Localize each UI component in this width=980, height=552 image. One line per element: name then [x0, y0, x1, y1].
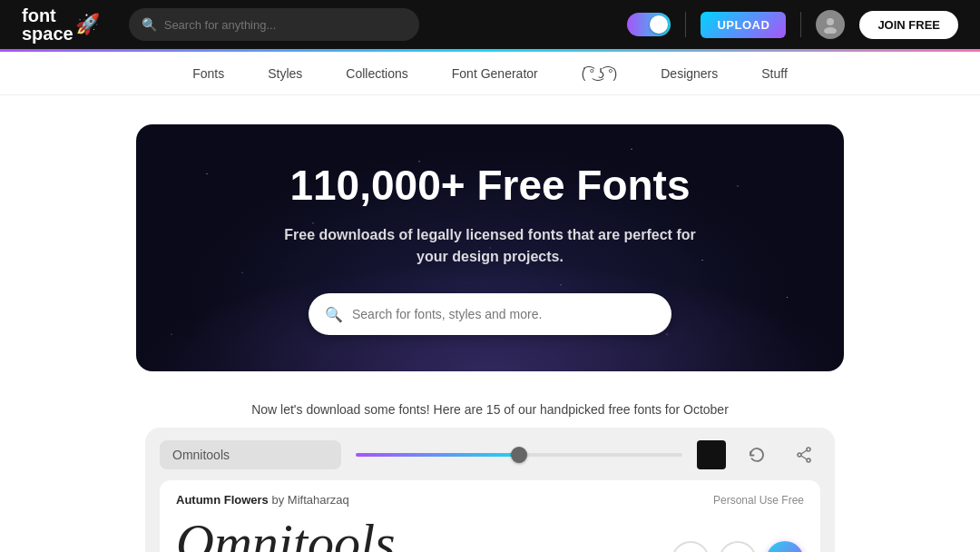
font-by: by Miftaharzaq — [271, 493, 348, 507]
svg-point-0 — [827, 18, 834, 25]
nav-item-emoji[interactable]: ( ͡° ͜ʖ ͡°) — [582, 63, 618, 84]
hero-search-input[interactable] — [352, 307, 655, 321]
hero-subtitle: Free downloads of legally licensed fonts… — [272, 224, 708, 268]
nav-item-stuff[interactable]: Stuff — [761, 63, 788, 84]
nav-item-collections[interactable]: Collections — [346, 63, 407, 84]
preview-text-input[interactable] — [160, 440, 341, 469]
hero-section: 110,000+ Free Fonts Free downloads of le… — [0, 95, 980, 386]
svg-point-3 — [807, 458, 810, 462]
font-author: Autumn Flowers by Miftaharzaq — [176, 493, 349, 507]
color-swatch[interactable] — [697, 440, 726, 469]
avatar[interactable] — [816, 10, 845, 39]
logo-text-space: space — [22, 25, 74, 43]
toggle-knob — [650, 15, 668, 34]
plus-icon: + — [732, 548, 744, 552]
nav-item-styles[interactable]: Styles — [268, 63, 302, 84]
share-button[interactable] — [788, 439, 820, 471]
logo-text-font: font — [22, 6, 74, 25]
header-search-bar[interactable]: 🔍 — [129, 8, 419, 41]
slider-thumb — [511, 447, 527, 463]
nav-item-fonts[interactable]: Fonts — [192, 63, 224, 84]
logo-rocket-icon: 🚀 — [75, 13, 100, 36]
hero-search-bar[interactable]: 🔍 — [309, 293, 671, 335]
font-card: Autumn Flowers by Miftaharzaq Personal U… — [160, 480, 820, 552]
nav-item-generator[interactable]: Font Generator — [452, 63, 538, 84]
logo[interactable]: font space 🚀 — [22, 6, 100, 43]
font-card-actions: + — [671, 541, 804, 552]
nav-bar: Fonts Styles Collections Font Generator … — [0, 52, 980, 95]
preview-button[interactable] — [671, 541, 710, 552]
svg-point-2 — [807, 448, 810, 451]
font-preview-widget: Autumn Flowers by Miftaharzaq Personal U… — [145, 428, 835, 552]
add-button[interactable]: + — [719, 541, 757, 552]
hero-title: 110,000+ Free Fonts — [289, 161, 690, 210]
hero-banner: 110,000+ Free Fonts Free downloads of le… — [136, 124, 844, 371]
svg-line-5 — [801, 450, 807, 454]
size-slider-container — [356, 453, 682, 457]
hero-search-icon: 🔍 — [325, 306, 343, 323]
header-divider-2 — [800, 12, 801, 37]
share-icon — [795, 446, 813, 464]
theme-toggle[interactable] — [627, 13, 671, 36]
join-free-button[interactable]: JOIN FREE — [859, 11, 958, 39]
font-license: Personal Use Free — [713, 494, 804, 507]
refresh-button[interactable] — [740, 439, 773, 471]
header: font space 🚀 🔍 UPLOAD JOIN FREE — [0, 0, 980, 49]
upload-button[interactable]: UPLOAD — [701, 12, 786, 38]
size-slider[interactable] — [356, 453, 682, 457]
search-input[interactable] — [164, 18, 407, 32]
refresh-icon — [748, 446, 766, 464]
nav-item-designers[interactable]: Designers — [661, 63, 718, 84]
section-label: Now let's download some fonts! Here are … — [0, 402, 980, 417]
svg-line-6 — [801, 456, 807, 459]
search-icon: 🔍 — [142, 17, 157, 32]
widget-controls — [160, 439, 820, 471]
header-divider — [685, 12, 686, 37]
download-button[interactable] — [766, 541, 804, 552]
svg-point-4 — [798, 453, 801, 457]
header-right: UPLOAD JOIN FREE — [627, 10, 958, 39]
svg-point-1 — [824, 27, 837, 34]
font-card-header: Autumn Flowers by Miftaharzaq Personal U… — [176, 493, 804, 507]
